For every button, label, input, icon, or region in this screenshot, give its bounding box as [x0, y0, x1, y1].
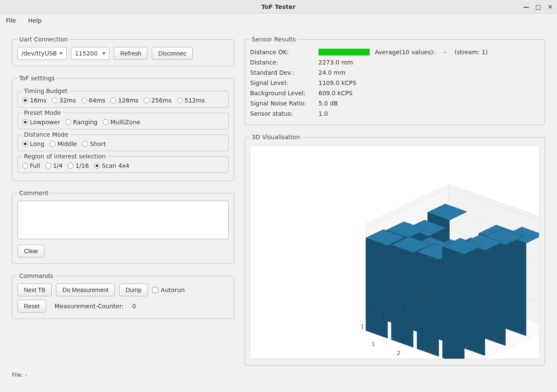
- menu-help[interactable]: Help: [25, 16, 44, 25]
- timing-option-512ms[interactable]: 512ms: [177, 97, 205, 104]
- svg-text:2: 2: [381, 314, 384, 320]
- distance-label: Distance:: [250, 59, 318, 66]
- distance-option-middle[interactable]: Middle: [50, 140, 77, 147]
- timing-option-16ms[interactable]: 16ms: [22, 97, 47, 104]
- radio-label: 1/16: [75, 162, 88, 169]
- radio-icon: [82, 141, 88, 147]
- radio-label: 16ms: [30, 97, 47, 104]
- radio-icon: [22, 119, 28, 125]
- preset-mode-group: Preset Mode LowpowerRangingMultiZone: [18, 109, 229, 129]
- distance-option-short[interactable]: Short: [82, 140, 106, 147]
- radio-label: 512ms: [185, 97, 205, 104]
- chevron-down-icon: [59, 53, 63, 55]
- viz-canvas: 050010001500200025001234X1234Yheight (mm…: [250, 146, 539, 359]
- reset-button[interactable]: Reset: [18, 300, 46, 313]
- uart-legend: Uart Connection: [18, 36, 70, 43]
- minimize-icon[interactable]: —: [523, 3, 530, 10]
- baud-select-value: 115200: [75, 50, 97, 57]
- disconnect-button[interactable]: Disconnec: [152, 47, 192, 60]
- radio-icon: [68, 163, 74, 169]
- comment-group: Comment Clear: [12, 190, 234, 264]
- preset-option-ranging[interactable]: Ranging: [65, 119, 97, 126]
- status-label: Sensor status:: [250, 110, 318, 117]
- do-measurement-button[interactable]: Do Measurement: [56, 284, 115, 296]
- status-value: 1.0: [318, 110, 328, 117]
- radio-icon: [177, 97, 183, 103]
- roi-option-scan-4x4[interactable]: Scan 4x4: [94, 162, 130, 169]
- svg-marker-61: [392, 245, 413, 348]
- snr-value: 5.0 dB: [318, 100, 338, 107]
- comment-textarea[interactable]: [18, 201, 229, 239]
- radio-label: MultiZone: [110, 119, 140, 126]
- status-file: File: -: [12, 372, 27, 378]
- port-select[interactable]: /dev/ttyUSB: [18, 47, 67, 60]
- timing-option-32ms[interactable]: 32ms: [52, 97, 76, 104]
- radio-label: Scan 4x4: [102, 162, 130, 169]
- roi-option-1-16[interactable]: 1/16: [68, 162, 88, 169]
- roi-group: Region of interest selection Full1/41/16…: [18, 153, 229, 173]
- autorun-checkbox[interactable]: Autorun: [152, 287, 185, 293]
- snr-label: Signal Noise Ratio:: [250, 100, 318, 107]
- svg-marker-64: [417, 252, 439, 357]
- radio-label: Lowpower: [30, 119, 60, 126]
- radio-icon: [81, 97, 87, 103]
- svg-marker-58: [366, 238, 388, 338]
- svg-text:1: 1: [361, 324, 364, 330]
- radio-icon: [50, 141, 56, 147]
- radio-icon: [65, 119, 71, 125]
- commands-legend: Commands: [18, 272, 55, 279]
- maximize-icon[interactable]: □: [535, 3, 542, 10]
- radio-label: Short: [90, 140, 106, 147]
- radio-label: Long: [30, 140, 44, 147]
- refresh-button[interactable]: Refresh: [114, 47, 147, 60]
- radio-label: Middle: [57, 140, 77, 147]
- distance-legend: Distance Mode: [22, 131, 70, 138]
- roi-legend: Region of interest selection: [22, 153, 107, 160]
- distance-option-long[interactable]: Long: [22, 140, 44, 147]
- stddev-value: 24.0 mm: [318, 69, 345, 76]
- timing-budget-group: Timing Budget 16ms32ms64ms128ms256ms512m…: [18, 88, 229, 108]
- radio-icon: [22, 141, 28, 147]
- baud-select[interactable]: 115200: [71, 47, 109, 60]
- timing-option-64ms[interactable]: 64ms: [81, 97, 106, 104]
- distance-mode-group: Distance Mode LongMiddleShort: [18, 131, 229, 151]
- distance-ok-label: Distance OK:: [250, 49, 318, 56]
- svg-text:4: 4: [423, 294, 426, 300]
- background-label: Background Level:: [250, 90, 318, 97]
- radio-icon: [52, 97, 58, 103]
- tof-legend: ToF settings: [18, 75, 56, 82]
- roi-option-full[interactable]: Full: [22, 162, 40, 169]
- stddev-label: Standard Dev.:: [250, 69, 318, 76]
- roi-option-1-4[interactable]: 1/4: [45, 162, 63, 169]
- radio-label: Ranging: [73, 119, 97, 126]
- svg-marker-31: [504, 235, 526, 336]
- next-tb-button[interactable]: Next TB: [18, 284, 52, 296]
- titlebar: ToF Tester — □ ✕: [0, 0, 557, 14]
- svg-text:3: 3: [402, 304, 405, 310]
- timing-option-256ms[interactable]: 256ms: [144, 97, 172, 104]
- uart-connection-group: Uart Connection /dev/ttyUSB 115200 Refre…: [12, 36, 234, 66]
- svg-text:1: 1: [371, 341, 374, 347]
- menu-file[interactable]: File: [3, 16, 18, 25]
- svg-text:X: X: [371, 304, 375, 310]
- radio-icon: [45, 163, 51, 169]
- preset-option-multizone[interactable]: MultiZone: [103, 119, 140, 126]
- radio-icon: [22, 97, 28, 103]
- stream-label: (stream: 1): [454, 49, 488, 56]
- clear-button[interactable]: Clear: [18, 245, 44, 257]
- preset-option-lowpower[interactable]: Lowpower: [22, 119, 60, 126]
- radio-label: 32ms: [59, 97, 76, 104]
- svg-marker-67: [442, 247, 464, 359]
- svg-text:2: 2: [397, 350, 400, 356]
- distance-value: 2273.0 mm: [318, 59, 353, 66]
- dump-button[interactable]: Dump: [119, 284, 148, 296]
- timing-option-128ms[interactable]: 128ms: [110, 97, 139, 104]
- commands-group: Commands Next TB Do Measurement Dump Aut…: [12, 272, 234, 319]
- chevron-down-icon: [102, 53, 106, 55]
- radio-label: 256ms: [151, 97, 172, 104]
- background-value: 609.0 kCPS: [318, 90, 353, 97]
- close-icon[interactable]: ✕: [547, 3, 554, 10]
- radio-label: 128ms: [118, 97, 139, 104]
- svg-marker-43: [484, 237, 506, 345]
- average-label: Average(10 values):: [375, 49, 435, 56]
